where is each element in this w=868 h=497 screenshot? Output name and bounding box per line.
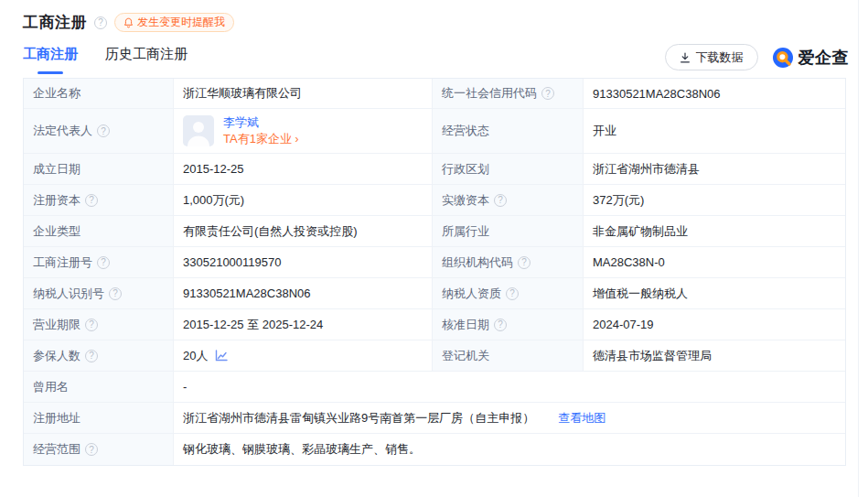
- help-icon[interactable]: ?: [85, 350, 98, 362]
- label-text: 组织机构代码: [442, 254, 513, 271]
- value-text: 浙江省湖州市德清县: [593, 161, 700, 178]
- tab-history-registration[interactable]: 历史工商注册: [105, 46, 188, 74]
- help-icon[interactable]: ?: [97, 124, 110, 137]
- brand-name: 爱企查: [798, 47, 850, 69]
- link-text: TA有1家企业: [223, 132, 292, 146]
- help-icon[interactable]: ?: [518, 256, 530, 269]
- legal-rep-companies-link[interactable]: TA有1家企业 ›: [223, 131, 299, 147]
- label-text: 曾用名: [33, 379, 69, 395]
- download-data-button[interactable]: 下载数据: [665, 44, 758, 70]
- label-text: 企业类型: [33, 223, 80, 240]
- field-value-reg-authority: 德清县市场监督管理局: [584, 340, 845, 372]
- field-value-org-code: MA28C38N-0: [584, 247, 845, 278]
- field-value-status: 开业: [584, 109, 845, 154]
- field-value-company-name: 浙江华顺玻璃有限公司: [174, 79, 433, 109]
- tab-label: 工商注册: [23, 46, 78, 61]
- help-icon[interactable]: ?: [494, 194, 507, 207]
- field-value-approval-date: 2024-07-19: [584, 309, 845, 340]
- tab-label: 历史工商注册: [105, 46, 188, 61]
- chevron-right-icon: ›: [295, 133, 299, 146]
- value-text: 20人: [183, 348, 208, 364]
- field-value-reg-number: 330521000119570: [174, 247, 433, 278]
- download-label: 下载数据: [696, 49, 744, 66]
- field-label-taxpayer-id: 纳税人识别号?: [24, 278, 174, 309]
- field-label-reg-number: 工商注册号?: [24, 247, 174, 278]
- registration-info-table: 企业名称 浙江华顺玻璃有限公司 统一社会信用代码? 91330521MA28C3…: [23, 78, 846, 466]
- help-icon[interactable]: ?: [85, 194, 98, 207]
- trend-chart-icon[interactable]: [215, 350, 228, 362]
- field-value-industry: 非金属矿物制品业: [584, 216, 845, 247]
- label-text: 成立日期: [33, 161, 80, 178]
- field-label-insured-count: 参保人数?: [24, 340, 174, 372]
- help-icon[interactable]: ?: [494, 319, 507, 331]
- active-tab-underline: [38, 71, 63, 74]
- help-icon[interactable]: ?: [541, 87, 554, 100]
- tab-business-registration[interactable]: 工商注册: [23, 46, 78, 74]
- value-text: 开业: [593, 123, 616, 139]
- view-map-link[interactable]: 查看地图: [558, 410, 605, 427]
- change-reminder-button[interactable]: 发生变更时提醒我: [114, 13, 234, 32]
- value-text: 浙江省湖州市德清县雷甸镇兴业路9号南首第一层厂房（自主申报）: [183, 410, 534, 427]
- brand-logo[interactable]: 爱企查: [772, 47, 850, 69]
- value-text: 增值税一般纳税人: [593, 286, 688, 302]
- value-text: 2024-07-19: [593, 318, 654, 331]
- download-icon: [680, 52, 691, 63]
- field-label-status: 经营状态: [433, 109, 584, 154]
- legal-rep-avatar[interactable]: [183, 115, 214, 146]
- label-text: 登记机关: [442, 348, 489, 364]
- label-text: 企业名称: [33, 85, 80, 102]
- value-text: 有限责任公司(自然人投资或控股): [183, 223, 358, 240]
- field-label-former-name: 曾用名: [24, 372, 174, 403]
- value-text: 2015-12-25 至 2025-12-24: [183, 317, 323, 333]
- value-text: 钢化玻璃、钢膜玻璃、彩晶玻璃生产、销售。: [183, 441, 421, 458]
- help-icon[interactable]: ?: [85, 443, 98, 456]
- value-text: 91330521MA28C38N06: [593, 87, 721, 101]
- label-text: 纳税人资质: [442, 286, 501, 302]
- help-icon[interactable]: ?: [85, 319, 98, 331]
- field-label-established: 成立日期: [24, 154, 174, 185]
- field-value-taxpayer-id: 91330521MA28C38N06: [174, 278, 433, 309]
- header-actions: 下载数据 爱企查: [665, 44, 850, 70]
- label-text: 注册地址: [33, 410, 80, 427]
- label-text: 注册资本: [33, 192, 80, 209]
- help-icon[interactable]: ?: [109, 287, 122, 300]
- field-label-approval-date: 核准日期?: [433, 309, 584, 340]
- value-text: MA28C38N-0: [593, 255, 665, 269]
- field-label-reg-capital: 注册资本?: [24, 185, 174, 216]
- field-label-org-code: 组织机构代码?: [433, 247, 584, 278]
- value-text: 91330521MA28C38N06: [183, 286, 311, 300]
- field-value-business-scope: 钢化玻璃、钢膜玻璃、彩晶玻璃生产、销售。: [174, 434, 845, 465]
- label-text: 纳税人识别号: [33, 286, 104, 302]
- label-text: 经营状态: [442, 123, 489, 139]
- aiqicha-logo-icon: [772, 47, 794, 69]
- change-reminder-label: 发生变更时提醒我: [137, 15, 225, 30]
- legal-rep-info: 李学斌 TA有1家企业 ›: [223, 114, 299, 147]
- help-icon[interactable]: ?: [506, 287, 519, 300]
- page-title: 工商注册: [23, 12, 87, 33]
- label-text: 实缴资本: [442, 192, 489, 209]
- field-value-established: 2015-12-25: [174, 154, 433, 185]
- field-value-business-term: 2015-12-25 至 2025-12-24: [174, 309, 433, 340]
- value-text: 330521000119570: [183, 255, 282, 269]
- value-text: 浙江华顺玻璃有限公司: [183, 85, 302, 102]
- value-text: 372万(元): [593, 192, 644, 209]
- field-label-reg-authority: 登记机关: [433, 340, 584, 372]
- field-value-company-type: 有限责任公司(自然人投资或控股): [174, 216, 433, 247]
- value-text: 非金属矿物制品业: [593, 223, 688, 240]
- label-text: 行政区划: [442, 161, 489, 178]
- person-icon: [183, 115, 214, 146]
- label-text: 统一社会信用代码: [442, 85, 537, 102]
- field-value-insured-count: 20人: [174, 340, 433, 372]
- field-label-taxpayer-qual: 纳税人资质?: [433, 278, 584, 309]
- value-text: 德清县市场监督管理局: [593, 348, 712, 364]
- label-text: 法定代表人: [33, 123, 92, 139]
- legal-rep-name-link[interactable]: 李学斌: [223, 114, 299, 131]
- field-value-legal-rep: 李学斌 TA有1家企业 ›: [174, 109, 433, 154]
- field-label-company-type: 企业类型: [24, 216, 174, 247]
- value-text: -: [183, 380, 187, 394]
- field-value-region: 浙江省湖州市德清县: [584, 154, 845, 185]
- help-icon[interactable]: ?: [94, 16, 107, 29]
- field-label-business-scope: 经营范围?: [24, 434, 174, 465]
- help-icon[interactable]: ?: [97, 256, 110, 269]
- label-text: 工商注册号: [33, 254, 92, 271]
